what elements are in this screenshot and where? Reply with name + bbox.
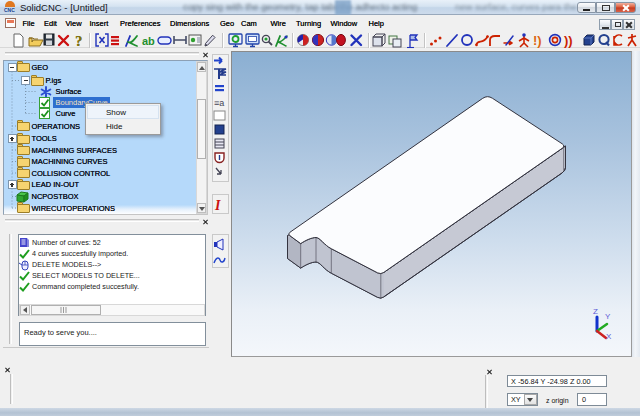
svg-text:X: X <box>606 332 612 341</box>
svg-text:I: I <box>214 198 221 213</box>
svg-text:?: ? <box>75 34 82 49</box>
svg-text:≡a: ≡a <box>214 98 224 108</box>
svg-text:)): )) <box>564 33 573 48</box>
svg-text:ab: ab <box>142 35 155 47</box>
svg-text:Y: Y <box>605 312 611 321</box>
svg-text:!): !) <box>533 33 542 48</box>
svg-text:Z: Z <box>593 307 598 316</box>
